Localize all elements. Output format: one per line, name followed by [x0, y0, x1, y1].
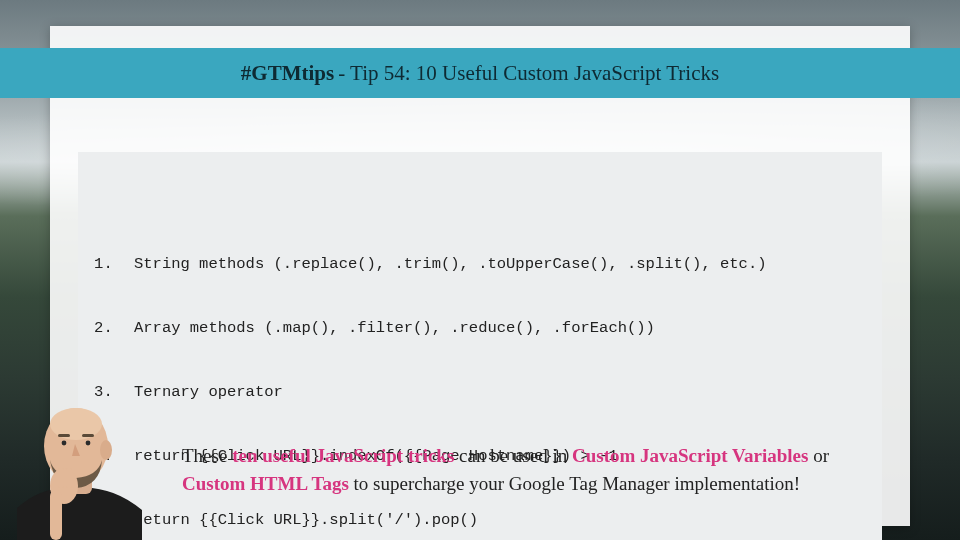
list-item: Array methods (.map(), .filter(), .reduc…	[122, 318, 858, 339]
title-hashtag: #GTMtips	[241, 61, 334, 86]
list-item: String methods (.replace(), .trim(), .to…	[122, 254, 858, 275]
blurb-text: to supercharge your Google Tag Manager i…	[349, 473, 800, 494]
description-blurb: These ten useful JavaScript tricks can b…	[182, 442, 890, 497]
blurb-text: can be used in	[454, 445, 572, 466]
title-bar: #GTMtips - Tip 54: 10 Useful Custom Java…	[0, 48, 960, 98]
list-item: Ternary operator	[122, 382, 858, 403]
title-text: - Tip 54: 10 Useful Custom JavaScript Tr…	[338, 61, 719, 86]
list-item: return {{Click URL}}.split('/').pop()	[122, 510, 858, 531]
blurb-text: or	[808, 445, 829, 466]
blurb-text: These	[182, 445, 232, 466]
blurb-highlight: Custom JavaScript Variables	[572, 445, 808, 466]
blurb-highlight: ten useful JavaScript tricks	[232, 445, 454, 466]
blurb-highlight: Custom HTML Tags	[182, 473, 349, 494]
